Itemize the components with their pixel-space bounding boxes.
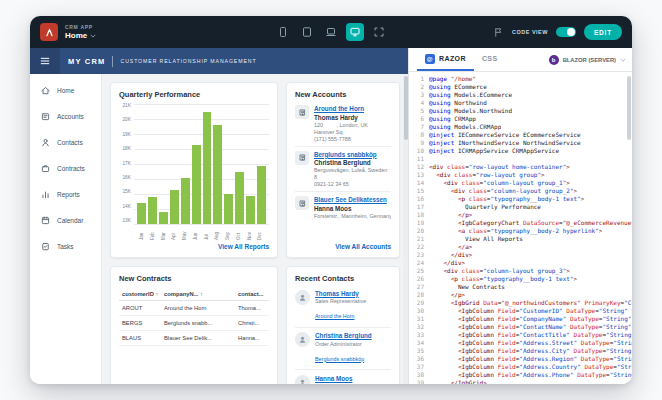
code-area[interactable]: 1@page "/home"2@using ECommerce3@using M… [409,72,632,384]
sidebar-item-tasks[interactable]: Tasks [30,233,101,259]
contact-company-link[interactable]: Around the Horn [315,313,355,319]
expand-icon [373,26,385,38]
code-line: 12<div class="row-layout home-container"… [409,163,632,171]
chart-bars [137,104,266,224]
chart-bar [203,112,212,225]
contact-name-link[interactable]: Christina Berglund [315,332,372,339]
account-contact-name: Hanna Moos [314,205,391,212]
sidebar-item-home[interactable]: Home [30,77,101,103]
code-editor-panel: @RAZORCSS b BLAZOR (SERVER) 1@page "/hom… [408,48,632,384]
line-number: 26 [409,275,429,283]
line-number: 37 [409,363,429,371]
account-info: Around the HornThomas Hardy120 , London,… [314,105,368,142]
code-view-toggle[interactable] [556,27,576,37]
contracts-column-header[interactable]: contact... [235,288,269,301]
line-number: 30 [409,307,429,315]
calendar-icon [40,215,51,226]
line-number: 16 [409,195,429,203]
code-line: 34 <IgbColumn Field="Address.Street" Dat… [409,339,632,347]
sidebar-item-accounts[interactable]: Accounts [30,103,101,129]
line-number: 2 [409,83,429,91]
view-all-accounts-link[interactable]: View All Accounts [335,240,391,250]
sidebar-item-reports[interactable]: Reports [30,181,101,207]
contracts-cell: BLAUS [119,331,161,346]
contracts-cell: AROUT [119,301,161,316]
contracts-row[interactable]: AROUTAround the HornThoma... [119,301,269,316]
sidebar-item-label: Calendar [57,217,83,224]
line-number: 32 [409,323,429,331]
app-brand: MY CRM [68,57,105,66]
monitor-icon [349,26,361,38]
app-sidebar: HomeAccountsContactsContractsReportsCale… [30,74,102,384]
line-number: 10 [409,147,429,155]
line-number: 1 [409,75,429,83]
code-scrollbar[interactable] [627,76,631,140]
flag-icon [493,27,504,38]
runtime-selector[interactable]: b BLAZOR (SERVER) [549,48,626,71]
code-line: 22 </a> [409,243,632,251]
chart-plot [134,104,269,224]
phone-icon [277,26,289,38]
dashboard-main: Quarterly Performance 21K20K19K18K17K16K… [102,74,408,384]
laptop-preview-button[interactable] [322,23,340,41]
account-company-link[interactable]: Around the Horn [314,105,368,112]
contracts-table: customerID ↑companyN... ↑contact... AROU… [119,288,269,346]
fullscreen-button[interactable] [370,23,388,41]
quarterly-chart: 21K20K19K18K17K16K15K14K13K JanFebMarApr… [119,104,269,240]
code-line: 2@using ECommerce [409,83,632,91]
account-company-link[interactable]: Blauer See Delikatessen [314,196,391,203]
page-selector[interactable]: Home [65,31,96,40]
contact-company-link[interactable]: Berglunds snabbköp [315,356,364,362]
toolbar-left: CRM APP Home [40,23,96,41]
desktop-preview-button[interactable] [346,23,364,41]
account-company-link[interactable]: Berglunds snabbköp [314,151,387,158]
chart-bar [192,145,201,225]
line-number: 3 [409,91,429,99]
line-number: 39 [409,379,429,384]
tab-razor[interactable]: @RAZOR [417,48,474,71]
line-number: 22 [409,243,429,251]
preview-scrollbar[interactable] [403,74,408,384]
view-all-reports-link[interactable]: View All Reports [218,240,269,250]
sidebar-item-calendar[interactable]: Calendar [30,207,101,233]
code-line: 25 <div class="column-layout group_3"> [409,267,632,275]
contracts-row[interactable]: BLAUSBlauer See Delik...Hanna... [119,331,269,346]
building-icon [298,199,307,208]
account-icon-badge [295,105,309,119]
account-address-line: 0921-12 34 65 [314,181,387,187]
sidebar-item-contacts[interactable]: Contacts [30,129,101,155]
flag-button[interactable] [493,27,504,38]
contracts-cell: Blauer See Delik... [161,331,235,346]
line-number: 18 [409,211,429,219]
chart-x-axis: JanFebMarAprMayJunJulAugSepOctNovDec [134,224,269,240]
contact-name-link[interactable]: Hanna Moos [315,375,352,382]
code-line: 31 <IgbColumn Field="CompanyName" DataTy… [409,315,632,323]
line-number: 8 [409,131,429,139]
tab-css[interactable]: CSS [474,48,506,71]
quarterly-performance-card: Quarterly Performance 21K20K19K18K17K16K… [110,82,278,258]
line-number: 31 [409,315,429,323]
account-icon-badge [295,196,309,210]
chart-y-axis: 21K20K19K18K17K16K15K14K13K [119,104,134,224]
contracts-row[interactable]: BERGSBerglunds snabb...Christi... [119,316,269,331]
chart-bar [246,196,255,225]
hamburger-menu-button[interactable] [30,48,60,74]
app-body: HomeAccountsContactsContractsReportsCale… [30,74,408,384]
code-line: 33 <IgbColumn Field="ContactTitle" DataT… [409,331,632,339]
code-line: 29 <IgbGrid Data="@_northwindCustomers" … [409,299,632,307]
phone-preview-button[interactable] [274,23,292,41]
recent-contacts-card: Recent Contacts Thomas HardySales Repres… [286,266,400,384]
preview-scrollbar-thumb[interactable] [404,76,408,140]
code-line: 17 Quarterly Performance [409,203,632,211]
sidebar-item-contracts[interactable]: Contracts [30,155,101,181]
contracts-column-header[interactable]: customerID ↑ [119,288,161,301]
sidebar-item-label: Contacts [57,139,83,146]
appbuilder-logo[interactable] [40,23,58,41]
contact-name-link[interactable]: Thomas Hardy [315,290,366,297]
contracts-column-header[interactable]: companyN... ↑ [161,288,235,301]
tablet-preview-button[interactable] [298,23,316,41]
contracts-head-row: customerID ↑companyN... ↑contact... [119,288,269,301]
reports-icon [40,189,51,200]
edit-button[interactable]: EDIT [584,24,622,40]
chart-bar [170,190,179,225]
